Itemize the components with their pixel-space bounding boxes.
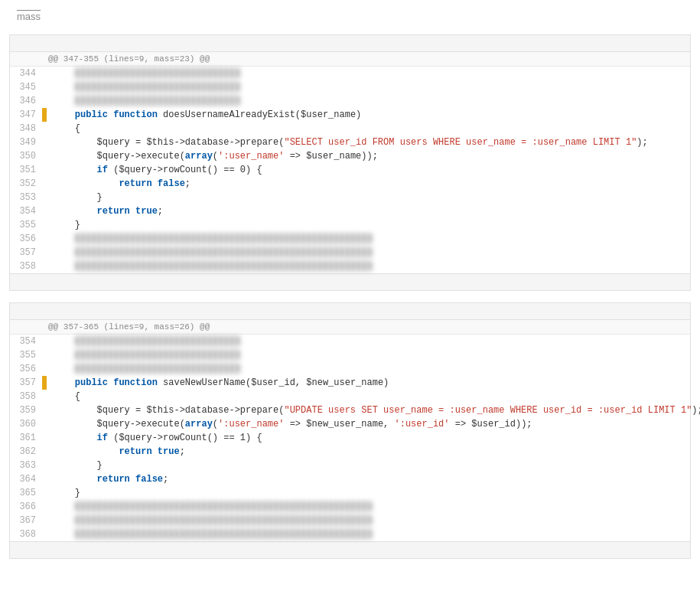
table-row: 349 $query = $this->database->prepare("S… [10, 136, 690, 149]
line-code: { [47, 390, 700, 403]
line-number: 356 [10, 232, 42, 246]
line-code: public function doesUsernameAlreadyExist… [47, 108, 690, 122]
line-number: 355 [10, 348, 42, 362]
table-row: 366 ████████████████████████████████████… [10, 500, 700, 514]
table-row: 354 ██████████████████████████████ [10, 335, 700, 348]
table-row: 351 if ($query->rowCount() == 0) { [10, 163, 690, 177]
table-row: 356 ██████████████████████████████ [10, 362, 700, 376]
line-code: public function saveNewUserName($user_id… [47, 376, 700, 390]
line-number: 357 [10, 376, 42, 390]
line-number: 362 [10, 445, 42, 459]
line-code: if ($query->rowCount() == 1) { [47, 431, 700, 445]
line-code: ██████████████████████████████ [47, 362, 700, 376]
line-number: 361 [10, 431, 42, 445]
line-code: return false; [47, 177, 690, 191]
line-number: 365 [10, 486, 42, 500]
line-code: ████████████████████████████████████████… [47, 260, 690, 273]
line-number: 347 [10, 108, 42, 122]
line-number: 360 [10, 417, 42, 431]
table-row: 360 $query->execute(array(':user_name' =… [10, 417, 700, 431]
line-code: ████████████████████████████████████████… [47, 246, 690, 260]
line-number: 366 [10, 500, 42, 514]
line-code: $query->execute(array(':user_name' => $n… [47, 417, 700, 431]
section-header-bar [10, 303, 690, 320]
code-section-1: @@ 347-355 (lines=9, mass=23) @@ 344 ███… [9, 34, 691, 291]
line-number: 359 [10, 403, 42, 417]
section-header-bar [10, 35, 690, 52]
table-row: 354 return true; [10, 204, 690, 218]
table-row: 348 { [10, 122, 690, 136]
line-code: ██████████████████████████████ [47, 335, 700, 348]
table-row: 352 return false; [10, 177, 690, 191]
table-row: 364 return false; [10, 472, 700, 486]
line-number: 352 [10, 177, 42, 191]
line-code: ████████████████████████████████████████… [47, 527, 700, 541]
table-row: 361 if ($query->rowCount() == 1) { [10, 431, 700, 445]
line-number: 364 [10, 472, 42, 486]
table-row: 358 ████████████████████████████████████… [10, 260, 690, 273]
line-code: ████████████████████████████████████████… [47, 514, 700, 527]
line-code: ████████████████████████████████████████… [47, 232, 690, 246]
line-number: 358 [10, 390, 42, 403]
code-table: 354 ██████████████████████████████ 355 █… [10, 335, 700, 541]
section-footer-bar [10, 273, 690, 290]
line-code: $query->execute(array(':user_name' => $u… [47, 149, 690, 163]
line-number: 356 [10, 362, 42, 376]
line-number: 353 [10, 191, 42, 204]
line-code: { [47, 122, 690, 136]
line-number: 357 [10, 246, 42, 260]
page-container: mass @@ 347-355 (lines=9, mass=23) @@ 34… [0, 0, 700, 570]
line-number: 350 [10, 149, 42, 163]
table-row: 344 ██████████████████████████████ [10, 67, 690, 80]
table-row: 356 ████████████████████████████████████… [10, 232, 690, 246]
line-number: 344 [10, 67, 42, 80]
table-row: 359 $query = $this->database->prepare("U… [10, 403, 700, 417]
line-number: 355 [10, 218, 42, 232]
line-code: ██████████████████████████████ [47, 67, 690, 80]
table-row: 368 ████████████████████████████████████… [10, 527, 700, 541]
sections-container: @@ 347-355 (lines=9, mass=23) @@ 344 ███… [9, 34, 691, 559]
line-number: 354 [10, 204, 42, 218]
section-footer-bar [10, 541, 690, 558]
section-location-bar: @@ 357-365 (lines=9, mass=26) @@ [10, 320, 690, 335]
table-row: 347 public function doesUsernameAlreadyE… [10, 108, 690, 122]
table-row: 365 } [10, 486, 700, 500]
line-code: } [47, 218, 690, 232]
table-row: 353 } [10, 191, 690, 204]
line-number: 354 [10, 335, 42, 348]
line-number: 367 [10, 514, 42, 527]
table-row: 350 $query->execute(array(':user_name' =… [10, 149, 690, 163]
line-number: 348 [10, 122, 42, 136]
line-number: 358 [10, 260, 42, 273]
line-code: if ($query->rowCount() == 0) { [47, 163, 690, 177]
mass-label: mass [17, 11, 41, 22]
line-code: ████████████████████████████████████████… [47, 500, 700, 514]
line-code: return false; [47, 472, 700, 486]
table-row: 357 public function saveNewUserName($use… [10, 376, 700, 390]
line-code: } [47, 459, 700, 472]
table-row: 355 ██████████████████████████████ [10, 348, 700, 362]
code-section-2: @@ 357-365 (lines=9, mass=26) @@ 354 ███… [9, 302, 691, 559]
line-code: ██████████████████████████████ [47, 80, 690, 94]
line-number: 363 [10, 459, 42, 472]
line-number: 346 [10, 94, 42, 108]
table-row: 362 return true; [10, 445, 700, 459]
line-number: 351 [10, 163, 42, 177]
line-code: } [47, 191, 690, 204]
line-number: 345 [10, 80, 42, 94]
line-code: return true; [47, 204, 690, 218]
table-row: 357 ████████████████████████████████████… [10, 246, 690, 260]
line-code: ██████████████████████████████ [47, 94, 690, 108]
table-row: 346 ██████████████████████████████ [10, 94, 690, 108]
line-code: $query = $this->database->prepare("UPDAT… [47, 403, 700, 417]
line-code: ██████████████████████████████ [47, 348, 700, 362]
line-code: $query = $this->database->prepare("SELEC… [47, 136, 690, 149]
line-code: return true; [47, 445, 700, 459]
page-header: mass [9, 11, 691, 22]
table-row: 363 } [10, 459, 700, 472]
table-row: 367 ████████████████████████████████████… [10, 514, 700, 527]
line-code: } [47, 486, 700, 500]
table-row: 345 ██████████████████████████████ [10, 80, 690, 94]
line-number: 349 [10, 136, 42, 149]
table-row: 355 } [10, 218, 690, 232]
